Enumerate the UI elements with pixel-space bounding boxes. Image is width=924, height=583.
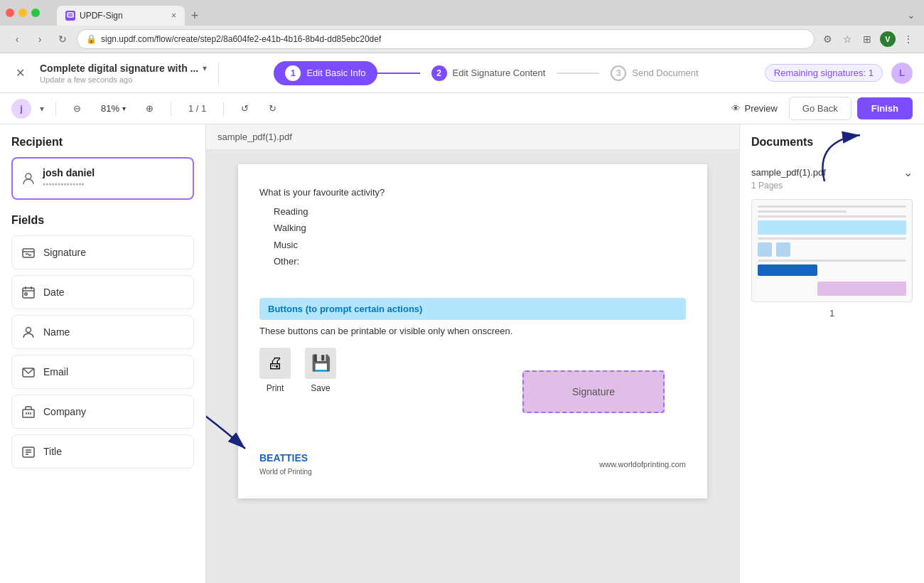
right-panel-title: Documents (751, 136, 813, 149)
menu-icon[interactable]: ⋮ (901, 32, 915, 46)
finish-btn[interactable]: Finish (857, 97, 913, 119)
pdf-page: What is your favourite activity? Reading… (238, 164, 707, 498)
zoom-level: 81% (101, 103, 119, 114)
pdf-logo-sub: World of Printing (259, 468, 312, 476)
doc-item-name: sample_pdf(1).pdf (751, 167, 826, 178)
thumb-line-2 (758, 210, 847, 213)
window-maximize[interactable] (31, 9, 40, 17)
doc-info: Complete digital signature with ... ▾ Up… (40, 63, 219, 84)
fields-section-title: Fields (11, 214, 194, 227)
save-label: Save (311, 383, 330, 393)
signature-field-icon (21, 245, 36, 260)
recipient-section-title: Recipient (11, 136, 194, 149)
thumb-line-1 (758, 205, 906, 208)
profile-avatar[interactable]: V (880, 31, 896, 47)
name-field-label: Name (43, 326, 70, 338)
step-1[interactable]: 1 Edit Basic Info (274, 61, 377, 85)
new-tab-btn[interactable]: + (185, 6, 205, 26)
step-1-number: 1 (285, 65, 301, 81)
step-2[interactable]: 2 Edit Signature Content (420, 61, 557, 85)
title-field-icon (21, 444, 36, 459)
bookmark-icon[interactable]: ☆ (840, 32, 854, 46)
pdf-desc: These buttons can be printable or visibl… (259, 326, 686, 336)
doc-subtitle: Update a few seconds ago (40, 75, 207, 84)
recipient-card[interactable]: josh daniel •••••••••••••• (11, 157, 194, 200)
preview-icon: 👁 (731, 103, 741, 114)
field-item-company[interactable]: Company (11, 395, 194, 429)
step-connector-2 (557, 73, 599, 74)
svg-rect-3 (23, 249, 34, 257)
svg-point-2 (26, 173, 31, 179)
save-button-item: 💾 Save (305, 348, 336, 393)
field-item-signature[interactable]: Signature (11, 235, 194, 269)
zoom-out-btn[interactable]: ⊖ (68, 100, 87, 117)
step-2-number: 2 (431, 65, 447, 81)
print-icon: 🖨 (259, 348, 291, 379)
field-item-name[interactable]: Name (11, 315, 194, 349)
doc-dropdown-icon[interactable]: ▾ (203, 63, 207, 73)
undo-btn[interactable]: ↺ (235, 100, 254, 117)
print-button-item: 🖨 Print (259, 348, 291, 393)
tab-close-btn[interactable]: × (171, 11, 176, 21)
zoom-in-icon: ⊕ (146, 103, 154, 114)
thumb-blue-box (758, 264, 817, 276)
doc-thumbnail[interactable] (751, 199, 913, 302)
zoom-out-icon: ⊖ (73, 103, 81, 114)
toolbar: j ▾ ⊖ 81% ▾ ⊕ 1 / 1 ↺ ↻ 👁 Preview Go Bac… (0, 93, 924, 124)
extensions-icon[interactable]: ⊞ (860, 32, 874, 46)
reload-btn[interactable]: ↻ (54, 31, 71, 48)
window-minimize[interactable] (18, 9, 27, 17)
thumb-icon-1 (758, 242, 772, 257)
extension-icon[interactable]: ⚙ (820, 32, 834, 46)
signature-field-placeholder[interactable]: Signature (522, 370, 665, 413)
avatar-dropdown-icon[interactable]: ▾ (40, 104, 44, 114)
pdf-section-highlight: Buttons (to prompt certain actions) (259, 298, 686, 320)
pdf-footer-url: www.worldofprinting.com (599, 460, 686, 469)
active-tab[interactable]: UPDF-Sign × (57, 6, 185, 26)
svg-point-10 (26, 328, 31, 333)
field-item-title[interactable]: Title (11, 434, 194, 469)
date-field-label: Date (43, 287, 65, 298)
url-bar[interactable]: 🔒 sign.updf.com/flow/create/step2/8a604f… (77, 29, 815, 49)
doc-title: Complete digital signature with ... (40, 63, 198, 74)
step-3[interactable]: 3 Send Document (599, 61, 709, 85)
preview-btn[interactable]: 👁 Preview (726, 100, 783, 117)
forward-btn[interactable]: › (31, 31, 48, 48)
signature-field-label: Signature (43, 247, 86, 258)
window-close[interactable] (6, 9, 14, 17)
go-back-btn[interactable]: Go Back (789, 97, 852, 120)
zoom-dropdown-icon: ▾ (122, 105, 126, 112)
print-label: Print (267, 383, 284, 393)
tab-favicon (65, 11, 75, 21)
thumb-icon-2 (776, 242, 790, 257)
step-2-label: Edit Signature Content (453, 68, 546, 78)
redo-btn[interactable]: ↻ (263, 100, 282, 117)
recipient-person-icon (21, 171, 36, 186)
zoom-in-btn[interactable]: ⊕ (140, 100, 159, 117)
date-field-icon (21, 284, 36, 300)
pdf-question: What is your favourite activity? (259, 186, 686, 200)
user-avatar[interactable]: L (891, 63, 913, 84)
doc-header-bar: sample_pdf(1).pdf (206, 124, 739, 150)
pdf-option-1: Reading (274, 203, 686, 220)
pdf-options: Reading Walking Music Other: (259, 203, 686, 270)
field-item-email[interactable]: Email (11, 355, 194, 389)
zoom-display[interactable]: 81% ▾ (95, 100, 131, 117)
steps-nav: 1 Edit Basic Info 2 Edit Signature Conte… (230, 61, 753, 85)
name-field-icon (21, 324, 36, 340)
thumb-highlight-1 (758, 220, 906, 235)
close-workflow-btn[interactable]: ✕ (11, 65, 28, 82)
panel-expand-btn[interactable]: ⌄ (903, 166, 913, 179)
user-initials-btn[interactable]: j (11, 99, 31, 119)
step-3-number: 3 (611, 65, 626, 81)
redo-icon: ↻ (269, 103, 276, 114)
toolbar-separator-2 (171, 102, 171, 116)
doc-content[interactable]: What is your favourite activity? Reading… (206, 150, 739, 583)
company-field-label: Company (43, 406, 86, 417)
thumb-line-5 (758, 260, 906, 262)
back-btn[interactable]: ‹ (9, 31, 26, 48)
doc-item: sample_pdf(1).pdf ⌄ 1 Pages (751, 166, 913, 191)
document-filename: sample_pdf(1).pdf (217, 132, 292, 142)
field-item-date[interactable]: Date (11, 275, 194, 309)
page-info: 1 / 1 (183, 103, 212, 114)
